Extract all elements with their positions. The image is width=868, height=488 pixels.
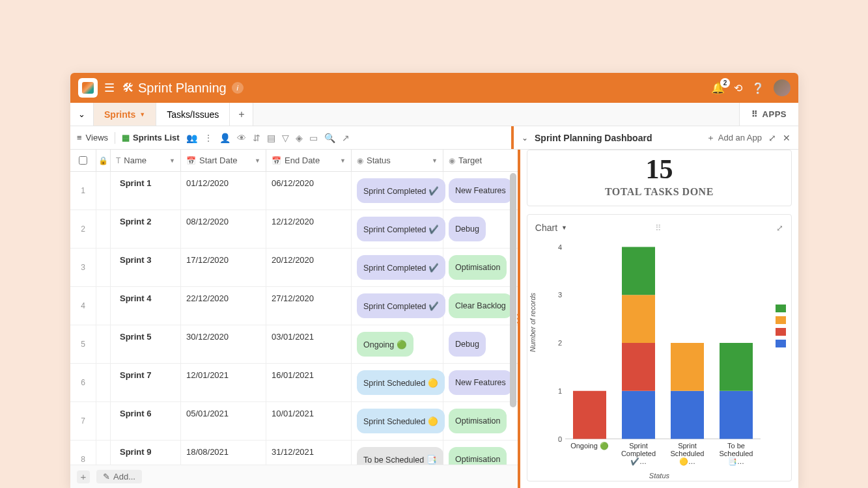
cell-name[interactable]: Sprint 1: [111, 172, 181, 210]
views-button[interactable]: ≡ Views: [77, 133, 108, 142]
chart-title-dropdown[interactable]: Chart▼: [535, 223, 567, 233]
logo[interactable]: [78, 78, 98, 98]
history-icon[interactable]: ⟲: [734, 82, 742, 94]
cell-target[interactable]: Optimisation: [443, 441, 518, 465]
table-row[interactable]: 6Sprint 712/01/202116/01/2021Sprint Sche…: [70, 364, 518, 402]
cell-status[interactable]: Sprint Completed ✔️: [352, 249, 443, 286]
wrench-icon: 🛠: [122, 81, 134, 95]
vertical-scrollbar[interactable]: [510, 173, 516, 407]
table-row[interactable]: 7Sprint 605/01/202110/01/2021Sprint Sche…: [70, 402, 518, 441]
cell-target[interactable]: Clear Backlog: [443, 287, 518, 325]
tab-sprints[interactable]: Sprints ▼: [94, 103, 156, 126]
cell-start-date[interactable]: 01/12/2020: [181, 172, 266, 210]
add-tab-button[interactable]: +: [230, 103, 253, 126]
cell-status[interactable]: To be Scheduled 📑: [352, 441, 443, 465]
view-name-button[interactable]: ▦ Sprints List: [122, 133, 180, 142]
cell-status[interactable]: Sprint Completed ✔️: [352, 210, 443, 248]
chevron-down-icon[interactable]: ▼: [340, 157, 346, 164]
close-icon[interactable]: ✕: [783, 133, 791, 143]
chevron-down-icon[interactable]: ▼: [139, 111, 145, 118]
color-icon[interactable]: ◈: [296, 133, 303, 143]
hamburger-icon[interactable]: ☰: [104, 81, 115, 95]
more-icon[interactable]: ⋮: [204, 133, 213, 143]
cell-status[interactable]: Sprint Completed ✔️: [352, 172, 443, 210]
info-icon[interactable]: i: [232, 82, 244, 94]
expand-icon[interactable]: ⤢: [768, 133, 776, 143]
cell-target[interactable]: Optimisation: [443, 249, 518, 286]
cell-end-date[interactable]: 27/12/2020: [266, 287, 352, 325]
fields-icon[interactable]: ▤: [267, 133, 275, 143]
column-header-start-date[interactable]: 📅Start Date▼: [181, 150, 266, 171]
cell-name[interactable]: Sprint 6: [111, 402, 181, 440]
cell-status[interactable]: Sprint Scheduled 🟡: [352, 402, 443, 440]
cell-end-date[interactable]: 20/12/2020: [266, 249, 352, 286]
chevron-down-icon[interactable]: ▼: [169, 157, 175, 164]
cell-end-date[interactable]: 12/12/2020: [266, 210, 352, 248]
cell-end-date[interactable]: 03/01/2021: [266, 325, 352, 363]
table-body[interactable]: 1Sprint 101/12/202006/12/2020Sprint Comp…: [70, 172, 518, 465]
avatar[interactable]: [774, 79, 791, 96]
chart-header: Chart▼ ⠿ ⤢: [527, 215, 791, 241]
select-all-checkbox[interactable]: [70, 150, 96, 171]
cell-status[interactable]: Sprint Scheduled 🟡: [352, 364, 443, 401]
table-row[interactable]: 1Sprint 101/12/202006/12/2020Sprint Comp…: [70, 172, 518, 210]
column-header-status[interactable]: ◉Status▼: [352, 150, 443, 171]
collab-icon[interactable]: 👥: [186, 133, 197, 143]
cell-start-date[interactable]: 18/08/2021: [181, 441, 266, 465]
table-row[interactable]: 3Sprint 317/12/202020/12/2020Sprint Comp…: [70, 249, 518, 287]
cell-name[interactable]: Sprint 2: [111, 210, 181, 248]
chevron-down-icon[interactable]: ▼: [255, 157, 260, 164]
cell-target[interactable]: Debug: [443, 210, 518, 248]
tabs-dropdown-button[interactable]: ⌄: [70, 103, 94, 126]
cell-end-date[interactable]: 31/12/2021: [266, 441, 352, 465]
export-icon[interactable]: ↗: [342, 133, 350, 143]
cell-status[interactable]: Sprint Completed ✔️: [352, 287, 443, 325]
drag-handle-icon[interactable]: ⠿: [655, 223, 662, 233]
cell-end-date[interactable]: 10/01/2021: [266, 402, 352, 440]
notifications-button[interactable]: 🔔2: [711, 81, 725, 95]
share-icon[interactable]: 👤: [219, 133, 231, 143]
chevron-down-icon[interactable]: ⌄: [522, 133, 528, 142]
cell-name[interactable]: Sprint 5: [111, 325, 181, 363]
rowheight-icon[interactable]: ⇵: [253, 133, 260, 143]
cell-name[interactable]: Sprint 4: [111, 287, 181, 325]
column-header-name[interactable]: TName▼: [111, 150, 181, 171]
hide-icon[interactable]: 👁: [237, 133, 246, 143]
cell-status[interactable]: Ongoing 🟢: [352, 325, 443, 363]
table-row[interactable]: 5Sprint 530/12/202003/01/2021Ongoing 🟢De…: [70, 325, 518, 364]
add-row-plus-button[interactable]: +: [77, 470, 90, 483]
apps-button[interactable]: ⠿ APPS: [739, 103, 798, 126]
help-icon[interactable]: ❔: [751, 82, 764, 94]
cell-name[interactable]: Sprint 3: [111, 249, 181, 286]
table-row[interactable]: 8Sprint 918/08/202131/12/2021To be Sched…: [70, 441, 518, 465]
cell-name[interactable]: Sprint 7: [111, 364, 181, 401]
cell-start-date[interactable]: 17/12/2020: [181, 249, 266, 286]
cell-target[interactable]: Optimisation: [443, 402, 518, 440]
column-header-target[interactable]: ◉Target: [443, 150, 518, 171]
add-app-button[interactable]: ＋ Add an App: [707, 132, 762, 144]
expand-icon[interactable]: ⤢: [776, 223, 783, 233]
search-icon[interactable]: 🔍: [324, 133, 335, 143]
tab-tasks-issues[interactable]: Tasks/Issues: [156, 103, 230, 126]
cell-target[interactable]: Debug: [443, 325, 518, 363]
table-row[interactable]: 2Sprint 208/12/202012/12/2020Sprint Comp…: [70, 210, 518, 249]
cell-start-date[interactable]: 22/12/2020: [181, 287, 266, 325]
cell-end-date[interactable]: 06/12/2020: [266, 172, 352, 210]
text-icon: T: [116, 156, 120, 165]
column-header-end-date[interactable]: 📅End Date▼: [266, 150, 352, 171]
cell-start-date[interactable]: 05/01/2021: [181, 402, 266, 440]
cell-end-date[interactable]: 16/01/2021: [266, 364, 352, 401]
cell-start-date[interactable]: 30/12/2020: [181, 325, 266, 363]
chevron-down-icon[interactable]: ▼: [432, 157, 438, 164]
cell-start-date[interactable]: 12/01/2021: [181, 364, 266, 401]
table-row[interactable]: 4Sprint 422/12/202027/12/2020Sprint Comp…: [70, 287, 518, 325]
cell-start-date[interactable]: 08/12/2020: [181, 210, 266, 248]
filter-icon[interactable]: ▽: [282, 133, 289, 143]
toolbar-row: ≡ Views ▦ Sprints List 👥 ⋮ 👤 👁 ⇵ ▤ ▽ ◈ ▭…: [70, 126, 798, 150]
cell-target[interactable]: New Features: [443, 364, 518, 401]
cell-target[interactable]: New Features: [443, 172, 518, 210]
panel-resize-handle[interactable]: •••: [517, 313, 519, 325]
card-icon[interactable]: ▭: [309, 133, 318, 143]
cell-name[interactable]: Sprint 9: [111, 441, 181, 465]
add-row-button[interactable]: ✎Add...: [96, 470, 142, 483]
